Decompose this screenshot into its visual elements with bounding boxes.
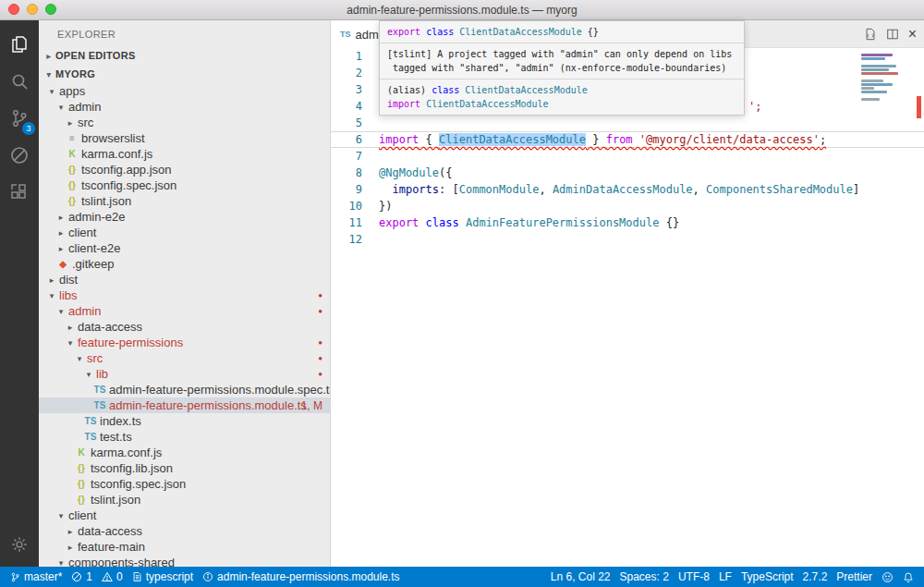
tree-item[interactable]: ▸admin-e2e [39,209,330,225]
tree-item[interactable]: ▾lib● [39,366,330,382]
typescript-file-icon: TS [83,432,98,442]
tree-item[interactable]: ▾src● [39,350,330,366]
tree-item[interactable]: ◆.gitkeep [39,256,330,272]
tree-item[interactable]: ▾client [39,508,330,523]
project-section[interactable]: ▾ MYORG [39,65,330,83]
close-window-button[interactable] [8,4,19,15]
tree-item[interactable]: TSadmin-feature-permissions.module.ts1, … [39,397,330,413]
file-tree: ▾apps▾admin▸src≡browserslistKkarma.conf.… [39,83,330,567]
open-changes-icon[interactable] [864,28,877,41]
minimize-window-button[interactable] [27,4,38,15]
status-cursor-position[interactable]: Ln 6, Col 22 [546,567,615,587]
close-editor-icon[interactable]: × [908,27,917,42]
code-line[interactable]: 10}) [331,198,924,214]
modified-dot: ● [318,338,322,347]
chevron-right-icon: ▸ [55,213,67,222]
feedback-smiley-icon[interactable] [877,567,898,587]
status-active-file-info[interactable]: admin-feature-permissions.module.ts [198,567,404,587]
status-label: TypeScript [741,570,794,583]
minimap-line [861,68,889,71]
tree-item[interactable]: Kkarma.conf.js [39,445,330,460]
tree-item[interactable]: ▾components-shared [39,555,330,567]
status-label: Ln 6, Col 22 [551,570,611,583]
tree-item[interactable]: TSadmin-feature-permissions.module.spec.… [39,382,330,397]
code-line[interactable]: 8@NgModule({ [331,165,924,181]
tree-item[interactable]: Kkarma.conf.js [39,146,330,162]
status-language-mode[interactable]: TypeScript [736,567,798,587]
tree-item[interactable]: TStest.ts [39,429,330,445]
settings-gear-icon[interactable] [0,526,39,563]
json-file-icon: {} [74,463,89,473]
line-number: 7 [331,148,362,165]
tree-item[interactable]: ▸client [39,225,330,240]
debug-icon[interactable] [0,137,39,174]
status-errors[interactable]: 1 [67,567,97,587]
chevron-right-icon: ▸ [55,228,67,238]
karma-file-icon: K [74,447,89,458]
typescript-file-icon: TS [83,416,98,426]
tree-item[interactable]: TSindex.ts [39,413,330,429]
status-prettier[interactable]: Prettier [832,567,877,587]
tree-item[interactable]: {}tsconfig.app.json [39,162,330,177]
code-line[interactable]: 12 [331,231,924,248]
split-editor-icon[interactable] [886,28,899,41]
git-status-badge: 1, M [301,397,322,413]
tree-item[interactable]: ▾admin [39,99,330,115]
tree-item[interactable]: {}tsconfig.spec.json [39,476,330,492]
chevron-down-icon: ▾ [46,291,57,300]
explorer-icon[interactable] [0,26,39,63]
code-text: import { ClientDataAccessModule } from '… [379,131,826,148]
status-indentation[interactable]: Spaces: 2 [615,567,674,587]
notifications-bell-icon[interactable] [898,567,918,587]
tree-item[interactable]: ▸client-e2e [39,240,330,256]
tree-item[interactable]: ▸data-access [39,523,330,539]
minimap-line [861,57,885,60]
code-line[interactable]: 7 [331,148,924,165]
status-eol[interactable]: LF [714,567,736,587]
line-number: 8 [331,165,362,181]
tree-item[interactable]: ▾admin● [39,303,330,319]
minimap-line [861,91,887,93]
status-ts-version[interactable]: 2.7.2 [798,567,833,587]
tree-item-label: feature-main [78,540,145,554]
tree-item[interactable]: ▸src [39,115,330,130]
code-line[interactable]: 5 [331,115,924,131]
chevron-down-icon: ▾ [55,511,67,520]
tree-item-label: client-e2e [68,241,120,255]
open-editors-section[interactable]: ▸ OPEN EDITORS [39,46,330,65]
editor-area: TS admin-feature-permissions.module.ts ×… [331,20,924,567]
modified-dot: ● [318,291,322,300]
tree-item[interactable]: ▾libs● [39,287,330,303]
tree-item[interactable]: ▾apps [39,83,330,99]
source-control-icon[interactable]: 3 [0,100,39,137]
status-label: UTF-8 [678,570,710,583]
open-editors-label: OPEN EDITORS [55,50,136,61]
status-encoding[interactable]: UTF-8 [674,567,714,587]
search-icon[interactable] [0,63,39,100]
code-line[interactable]: 11export class AdminFeaturePermissionsMo… [331,214,924,231]
tree-item[interactable]: {}tsconfig.spec.json [39,177,330,193]
status-label: typescript [146,570,193,583]
minimap[interactable] [861,54,904,102]
status-git-branch[interactable]: master* [6,567,67,587]
tree-item-label: tslint.json [81,194,131,208]
zoom-window-button[interactable] [45,4,56,15]
code-line[interactable]: 6import { ClientDataAccessModule } from … [331,131,924,148]
extensions-icon[interactable] [0,174,39,211]
minimap-line [861,87,874,90]
tree-item[interactable]: ≡browserslist [39,130,330,146]
code-line[interactable]: 9 imports: [CommonModule, AdminDataAcces… [331,181,924,198]
tree-item[interactable]: ▾feature-permissions● [39,335,330,350]
code-editor[interactable]: 123456import { ClientDataAccessModule } … [331,48,924,567]
sidebar-explorer: EXPLORER ▸ OPEN EDITORS ▾ MYORG ▾apps▾ad… [39,20,331,567]
titlebar[interactable]: admin-feature-permissions.module.ts — my… [0,0,924,20]
tree-item[interactable]: {}tslint.json [39,492,330,508]
tree-item[interactable]: ▸dist [39,272,330,287]
status-typescript-status[interactable]: typescript [128,567,198,587]
status-label: LF [719,570,732,583]
tree-item[interactable]: {}tsconfig.lib.json [39,460,330,476]
tree-item[interactable]: ▸data-access [39,319,330,335]
status-warnings[interactable]: 0 [97,567,128,587]
tree-item[interactable]: {}tslint.json [39,193,330,209]
tree-item[interactable]: ▸feature-main [39,539,330,555]
